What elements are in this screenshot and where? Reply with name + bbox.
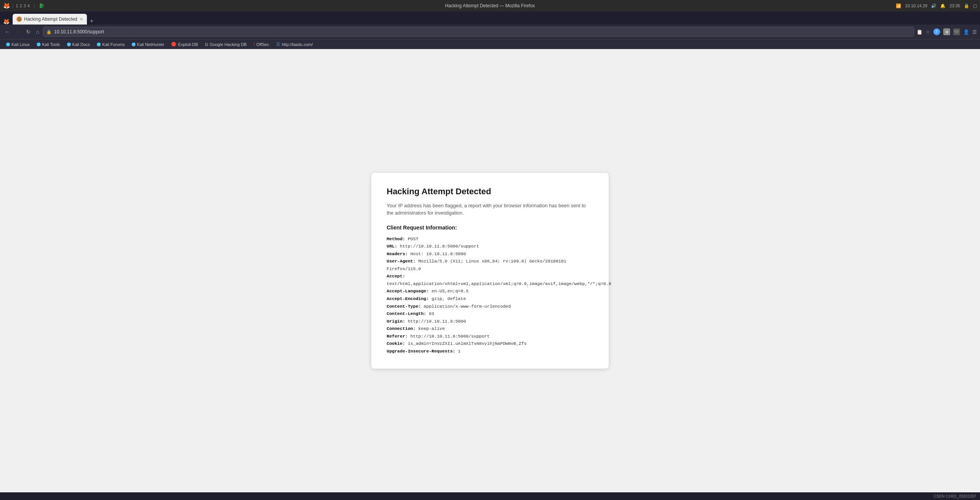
connection-label: Connection:	[387, 326, 416, 331]
url-value: http://10.10.11.8:5000/support	[397, 244, 479, 249]
request-content-type: Content-Type: application/x-www-form-url…	[387, 303, 593, 310]
clock-display: 23:35	[949, 3, 960, 8]
home-button[interactable]: ⌂	[34, 27, 41, 36]
content-length-value: 63	[426, 311, 434, 316]
titlebar-left: 🦊 | 1 2 3 4 | 🐉	[3, 2, 44, 9]
accept-encoding-label: Accept-Encoding:	[387, 296, 429, 301]
request-origin: Origin: http://10.10.11.8:5000	[387, 318, 593, 325]
useragent-label: User-Agent:	[387, 259, 416, 264]
accept-value: text/html,application/xhtml+xml,applicat…	[387, 281, 611, 286]
bookmark-google-hacking-db[interactable]: G Google Hacking DB	[202, 41, 250, 48]
bookmark-offsec[interactable]: ! OffSec	[250, 41, 272, 48]
cookie-value: is_admin=InVzZXIi.uAlmXlTvm8vyihjNaPDWmv…	[405, 341, 526, 346]
request-useragent: User-Agent: Mozilla/5.0 (X11; Linux x86_…	[387, 257, 593, 272]
headers-label: Headers:	[387, 251, 408, 256]
request-connection: Connection: keep-alive	[387, 325, 593, 333]
section-title: Client Request Information:	[387, 225, 593, 231]
request-accept: Accept: text/html,application/xhtml+xml,…	[387, 272, 593, 287]
cookie-label: Cookie:	[387, 341, 405, 346]
titlebar-title: Hacking Attempt Detected — Mozilla Firef…	[445, 3, 535, 8]
origin-label: Origin:	[387, 319, 405, 324]
content-type-label: Content-Type:	[387, 304, 421, 309]
statusbar-text: CSDN ©2401_83831097	[934, 494, 976, 498]
alert-card: Hacking Attempt Detected Your IP address…	[371, 173, 609, 369]
content-length-label: Content-Length:	[387, 311, 426, 316]
taskbar-numbers: 1 2 3 4	[16, 3, 30, 8]
bookmark-label: Kali Docs	[72, 42, 90, 47]
accept-encoding-value: gzip, deflate	[429, 296, 466, 301]
bookmarks-bar: Kali Linux Kali Tools Kali Docs Kali For…	[0, 39, 980, 49]
speaker-icon: 🔊	[931, 3, 936, 8]
extension-icon-1: F	[933, 28, 940, 35]
reload-button[interactable]: ↻	[24, 27, 32, 36]
referer-label: Referer:	[387, 334, 408, 339]
bookmark-star-icon[interactable]: ☆	[926, 29, 930, 35]
browser-window: 🦊 | 1 2 3 4 | 🐉 Hacking Attempt Detected…	[0, 0, 980, 500]
referer-value: http://10.10.11.8:5000/support	[408, 334, 490, 339]
back-button[interactable]: ←	[3, 27, 11, 36]
hamburger-menu[interactable]: ☰	[972, 29, 977, 35]
active-tab-icon: 🐉	[39, 3, 44, 8]
kali-tools-favicon	[37, 43, 41, 46]
new-tab-button[interactable]: +	[88, 18, 96, 25]
request-headers: Headers: Host: 10.10.11.8:5000	[387, 250, 593, 258]
request-url: URL: http://10.10.11.8:5000/support	[387, 243, 593, 250]
tab-hacking-attempt[interactable]: 🐉 Hacking Attempt Detected ✕	[13, 14, 87, 25]
bookmark-label: Kali Tools	[42, 42, 60, 47]
reader-mode-icon[interactable]: 📋	[916, 29, 923, 35]
origin-value: http://10.10.11.8:5000	[405, 319, 466, 324]
titlebar-right: 📶 10.10.14.29 🔊 🔔 23:35 🔒 ▢	[896, 3, 977, 8]
connection-value: keep-alive	[416, 326, 445, 331]
window-controls: ▢	[973, 3, 977, 8]
url-bar[interactable]: 🔒 10.10.11.8:5000/support	[43, 27, 914, 37]
extension-icon-2: ⚙	[943, 28, 950, 35]
ip-display: 10.10.14.29	[905, 3, 927, 8]
request-cookie: Cookie: is_admin=InVzZXIi.uAlmXlTvm8vyih…	[387, 340, 593, 348]
bookmark-label: Kali Linux	[11, 42, 30, 47]
urlbar-right-icons: 📋 ☆ F ⚙ 🛡 👤 ☰	[916, 28, 977, 35]
bookmark-label: OffSec	[256, 42, 269, 47]
url-text: 10.10.11.8:5000/support	[54, 29, 104, 34]
headers-value: Host: 10.10.11.8:5000	[408, 251, 466, 256]
urlbar-row: ← → ↻ ⌂ 🔒 10.10.11.8:5000/support 📋 ☆ F …	[0, 25, 980, 39]
method-value: POST	[405, 236, 418, 241]
bell-icon: 🔔	[940, 3, 946, 8]
bookmark-kali-nethunter[interactable]: Kali NetHunter	[129, 41, 168, 48]
request-referer: Referer: http://10.10.11.8:5000/support	[387, 333, 593, 340]
firefox-taskbar-icon: 🦊	[3, 2, 10, 9]
signal-icon: 📶	[896, 3, 901, 8]
bookmark-label: http://baidu.com/	[282, 42, 313, 47]
bookmark-kali-tools[interactable]: Kali Tools	[34, 41, 63, 48]
alert-title: Hacking Attempt Detected	[387, 187, 593, 197]
bookmark-kali-forums[interactable]: Kali Forums	[94, 41, 128, 48]
request-method: Method: POST	[387, 235, 593, 243]
method-label: Method:	[387, 236, 405, 241]
request-upgrade: Upgrade-Insecure-Requests: 1	[387, 348, 593, 355]
firefox-logo: 🦊	[3, 18, 10, 25]
bookmark-kali-docs[interactable]: Kali Docs	[64, 41, 93, 48]
bookmark-exploit-db[interactable]: 🔴 Exploit-DB	[168, 41, 201, 48]
kali-forums-favicon	[97, 43, 101, 46]
request-info: Method: POST URL: http://10.10.11.8:5000…	[387, 235, 593, 355]
bookmark-kali-linux[interactable]: Kali Linux	[3, 41, 33, 48]
extension-icon-3: 🛡	[953, 28, 960, 35]
kali-linux-favicon	[6, 43, 10, 46]
google-favicon: G	[205, 42, 208, 47]
titlebar: 🦊 | 1 2 3 4 | 🐉 Hacking Attempt Detected…	[0, 0, 980, 11]
page-content: Hacking Attempt Detected Your IP address…	[0, 49, 980, 492]
extension-icon-4: 👤	[963, 29, 969, 35]
request-accept-encoding: Accept-Encoding: gzip, deflate	[387, 295, 593, 303]
baidu-favicon: 百	[276, 41, 280, 47]
tab-label: Hacking Attempt Detected	[24, 16, 77, 22]
bookmark-label: Kali NetHunter	[137, 42, 165, 47]
forward-button[interactable]: →	[14, 27, 22, 36]
tab-favicon: 🐉	[16, 16, 22, 22]
tab-close-button[interactable]: ✕	[80, 17, 83, 22]
bookmark-label: Google Hacking DB	[210, 42, 247, 47]
request-content-length: Content-Length: 63	[387, 310, 593, 318]
bookmark-baidu[interactable]: 百 http://baidu.com/	[273, 41, 316, 48]
statusbar: CSDN ©2401_83831097	[0, 492, 980, 500]
lock-secure-icon: 🔒	[46, 30, 52, 34]
accept-language-value: en-US,en;q=0.5	[429, 289, 469, 293]
exploit-db-favicon: 🔴	[171, 42, 176, 47]
